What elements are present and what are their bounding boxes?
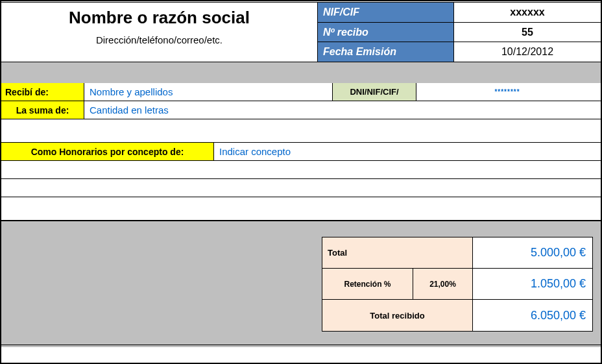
- totals-box: Total 5.000,00 € Retención % 21,00% 1.05…: [322, 237, 593, 332]
- retencion-label: Retención %: [322, 269, 413, 299]
- recibido-value: 6.050,00 €: [473, 300, 592, 331]
- company-name: Nombre o razón social: [8, 8, 311, 28]
- recibo-label: Nº recibo: [318, 23, 454, 42]
- bottom-area: Total 5.000,00 € Retención % 21,00% 1.05…: [1, 221, 601, 347]
- recibi-line: Recibí de: Nombre y apellidos DNI/NIF/CI…: [1, 83, 601, 101]
- blank-row-1: [1, 119, 601, 143]
- suma-value: Cantidad en letras: [84, 101, 601, 119]
- nif-value: xxxxxx: [454, 3, 601, 22]
- concepto-label: Como Honorarios por concepto de:: [1, 143, 214, 160]
- total-label: Total: [322, 237, 472, 268]
- dni-value: ********: [416, 83, 598, 101]
- receipt-document: Nombre o razón social Dirección/teléfono…: [0, 0, 602, 364]
- fecha-value: 10/12/2012: [454, 42, 601, 62]
- bottom-rule: [1, 345, 601, 345]
- dni-label: DNI/NIF/CIF/: [332, 83, 416, 101]
- fecha-label: Fecha Emisión: [318, 42, 454, 62]
- header-row: Nombre o razón social Dirección/teléfono…: [1, 3, 601, 62]
- suma-line: La suma de: Cantidad en letras: [1, 101, 601, 119]
- concepto-value: Indicar concepto: [214, 143, 601, 160]
- nif-label: NIF/CIF: [318, 3, 454, 22]
- blank-row-3: [1, 179, 601, 197]
- company-cell: Nombre o razón social Dirección/teléfono…: [1, 3, 318, 62]
- blank-row-4: [1, 197, 601, 221]
- company-subtitle: Dirección/teléfono/correo/etc.: [8, 34, 311, 45]
- recibo-value: 55: [454, 23, 601, 42]
- total-value: 5.000,00 €: [473, 237, 592, 268]
- blank-row-2: [1, 161, 601, 179]
- grey-spacer-top: [1, 62, 601, 83]
- concepto-line: Como Honorarios por concepto de: Indicar…: [1, 143, 601, 161]
- recibi-value: Nombre y apellidos: [84, 83, 332, 101]
- recibi-label: Recibí de:: [1, 83, 84, 101]
- suma-label: La suma de:: [1, 101, 84, 119]
- recibido-label: Total recibido: [322, 300, 472, 331]
- retencion-pct: 21,00%: [413, 269, 472, 299]
- meta-table: NIF/CIF xxxxxx Nº recibo 55 Fecha Emisió…: [318, 3, 601, 62]
- retencion-value: 1.050,00 €: [473, 269, 592, 299]
